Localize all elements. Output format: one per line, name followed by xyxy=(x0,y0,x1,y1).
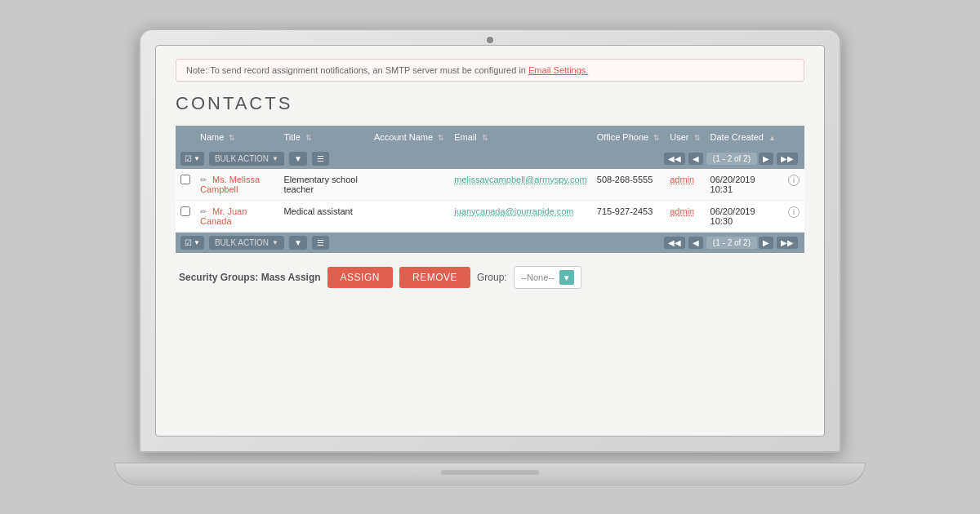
row1-phone-cell: 508-268-5555 xyxy=(592,169,665,201)
laptop-base xyxy=(114,463,866,485)
list-view-button[interactable]: ☰ xyxy=(312,152,329,166)
col-user[interactable]: User ⇅ xyxy=(665,126,705,148)
toolbar-cell-top: ☑ ▼ BULK ACTION ▼ ▼ xyxy=(176,148,804,169)
toolbar-cell-bottom: ☑ ▼ BULK ACTION ▼ ▼ xyxy=(176,233,804,254)
filter-button[interactable]: ▼ xyxy=(289,152,307,166)
title-sort-icon[interactable]: ⇅ xyxy=(305,134,312,142)
email-settings-link[interactable]: Email Settings. xyxy=(528,65,588,75)
row1-info-icon[interactable]: i xyxy=(788,175,800,186)
bulk-action-button[interactable]: BULK ACTION ▼ xyxy=(209,152,284,166)
checkbox-icon: ☑ xyxy=(185,154,192,163)
group-label: Group: xyxy=(477,272,507,283)
table-row: ✏ Mr. Juan Canada Medical assistant juan… xyxy=(176,201,804,233)
first-page-button[interactable]: ◀◀ xyxy=(664,153,685,165)
chevron-bottom-icon: ▼ xyxy=(194,239,200,246)
row2-account-cell xyxy=(369,201,449,233)
toolbar-row-top: ☑ ▼ BULK ACTION ▼ ▼ xyxy=(176,148,804,169)
row1-title-cell: Elementary school teacher xyxy=(278,169,369,201)
col-email[interactable]: Email ⇅ xyxy=(449,126,592,148)
group-select-value: --None-- xyxy=(521,273,555,282)
table-header-row: Name ⇅ Title ⇅ Account Name ⇅ xyxy=(176,126,804,148)
row2-date-cell: 06/20/2019 10:30 xyxy=(706,201,783,233)
pagination-info-bottom: (1 - 2 of 2) xyxy=(706,237,757,249)
contacts-table: Name ⇅ Title ⇅ Account Name ⇅ xyxy=(176,126,804,253)
row1-user-cell: admin xyxy=(665,169,705,201)
row1-checkbox-cell xyxy=(176,169,195,201)
user-sort-icon[interactable]: ⇅ xyxy=(694,134,701,142)
notification-text: Note: To send record assignment notifica… xyxy=(186,65,528,75)
date-sort-icon[interactable]: ▲ xyxy=(768,134,776,142)
row1-checkbox[interactable] xyxy=(180,175,190,184)
row2-name-cell: ✏ Mr. Juan Canada xyxy=(195,201,278,233)
row1-edit-icon[interactable]: ✏ xyxy=(200,175,207,184)
row2-info-icon[interactable]: i xyxy=(788,206,800,218)
col-info xyxy=(783,126,804,148)
row2-info-cell: i xyxy=(783,201,804,233)
phone-sort-icon[interactable]: ⇅ xyxy=(653,134,660,142)
row1-email-link[interactable]: melissavcampbell@armyspy.com xyxy=(454,175,587,184)
select-all-bottom-button[interactable]: ☑ ▼ xyxy=(180,236,204,250)
laptop-camera xyxy=(487,37,493,43)
bulk-action-bottom-arrow-icon: ▼ xyxy=(272,239,278,246)
notification-bar: Note: To send record assignment notifica… xyxy=(176,59,804,82)
chevron-down-icon: ▼ xyxy=(194,155,200,162)
row2-title-cell: Medical assistant xyxy=(278,201,369,233)
group-select[interactable]: --None-- ▼ xyxy=(514,266,581,289)
row2-contact-link[interactable]: Mr. Juan Canada xyxy=(200,206,247,226)
row2-phone-cell: 715-927-2453 xyxy=(592,201,665,233)
list-view-bottom-button[interactable]: ☰ xyxy=(312,236,329,250)
group-dropdown-arrow-icon[interactable]: ▼ xyxy=(559,270,574,285)
bulk-action-bottom-button[interactable]: BULK ACTION ▼ xyxy=(209,236,284,250)
filter-bottom-button[interactable]: ▼ xyxy=(289,236,307,250)
filter-bottom-icon: ▼ xyxy=(294,238,302,247)
row1-user-link[interactable]: admin xyxy=(670,175,694,184)
row1-contact-link[interactable]: Ms. Melissa Campbell xyxy=(200,175,260,194)
last-page-bottom-button[interactable]: ▶▶ xyxy=(777,237,798,249)
select-all-button[interactable]: ☑ ▼ xyxy=(180,152,204,166)
row2-email-cell: juanycanada@jourrapide.com xyxy=(449,201,592,233)
row2-user-link[interactable]: admin xyxy=(670,206,694,216)
row1-date-cell: 06/20/2019 10:31 xyxy=(706,169,783,201)
col-name[interactable]: Name ⇅ xyxy=(195,126,278,148)
row2-checkbox-cell xyxy=(176,201,195,233)
col-date-created[interactable]: Date Created ▲ xyxy=(706,126,783,148)
mass-assign-section: Security Groups: Mass Assign ASSIGN REMO… xyxy=(176,266,804,289)
assign-button[interactable]: ASSIGN xyxy=(327,267,393,288)
col-office-phone[interactable]: Office Phone ⇅ xyxy=(592,126,665,148)
list-icon: ☰ xyxy=(317,154,324,163)
remove-button[interactable]: REMOVE xyxy=(399,267,470,288)
laptop-screen: Note: To send record assignment notifica… xyxy=(155,45,825,436)
pagination-info: (1 - 2 of 2) xyxy=(706,153,757,165)
list-bottom-icon: ☰ xyxy=(317,238,324,247)
page-title: CONTACTS xyxy=(176,93,804,114)
row1-email-cell: melissavcampbell@armyspy.com xyxy=(449,169,592,201)
col-title[interactable]: Title ⇅ xyxy=(278,126,369,148)
next-page-bottom-button[interactable]: ▶ xyxy=(759,237,773,249)
mass-assign-label: Security Groups: Mass Assign xyxy=(179,272,321,283)
row2-email-link[interactable]: juanycanada@jourrapide.com xyxy=(454,206,573,216)
row2-user-cell: admin xyxy=(665,201,705,233)
prev-page-bottom-button[interactable]: ◀ xyxy=(688,237,703,249)
col-account-name[interactable]: Account Name ⇅ xyxy=(369,126,449,148)
col-checkbox xyxy=(176,126,195,148)
name-sort-icon[interactable]: ⇅ xyxy=(229,134,235,142)
account-sort-icon[interactable]: ⇅ xyxy=(438,134,444,142)
row2-checkbox[interactable] xyxy=(180,206,190,216)
first-page-bottom-button[interactable]: ◀◀ xyxy=(664,237,685,249)
next-page-button[interactable]: ▶ xyxy=(759,153,773,165)
filter-icon: ▼ xyxy=(294,154,302,163)
row1-account-cell xyxy=(369,169,449,201)
table-row: ✏ Ms. Melissa Campbell Elementary school… xyxy=(176,169,804,201)
email-sort-icon[interactable]: ⇅ xyxy=(482,134,488,142)
row2-edit-icon[interactable]: ✏ xyxy=(200,207,207,216)
checkbox-bottom-icon: ☑ xyxy=(185,238,192,247)
bulk-action-arrow-icon: ▼ xyxy=(272,155,278,162)
row1-name-cell: ✏ Ms. Melissa Campbell xyxy=(195,169,278,201)
toolbar-row-bottom: ☑ ▼ BULK ACTION ▼ ▼ xyxy=(176,233,804,254)
prev-page-button[interactable]: ◀ xyxy=(688,153,703,165)
row1-info-cell: i xyxy=(783,169,804,201)
last-page-button[interactable]: ▶▶ xyxy=(777,153,798,165)
